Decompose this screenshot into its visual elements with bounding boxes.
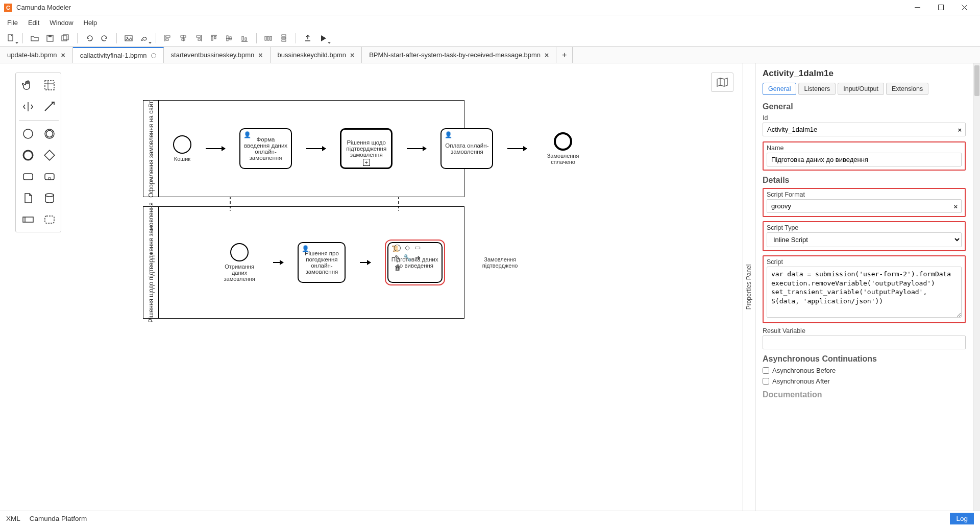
bpmn-pool[interactable]: Оформлення замовлення на сайті Кошик 👤Фо…	[143, 100, 464, 197]
script-type-select[interactable]: Inline Script	[767, 232, 962, 247]
properties-panel-toggle[interactable]: Properties Panel	[743, 63, 755, 511]
async-before-checkbox[interactable]	[763, 367, 769, 374]
save-button[interactable]	[43, 32, 57, 45]
connect-icon[interactable]: ➔	[413, 253, 422, 262]
clear-input-icon[interactable]: ×	[953, 202, 958, 210]
color-button[interactable]	[137, 32, 151, 45]
align-left-button[interactable]	[161, 32, 175, 45]
save-all-button[interactable]	[59, 32, 72, 45]
gateway-icon[interactable]	[40, 146, 59, 164]
sequence-flow[interactable]	[206, 148, 225, 149]
sequence-flow[interactable]	[407, 148, 426, 149]
name-input[interactable]	[767, 153, 962, 166]
maximize-button[interactable]	[929, 0, 952, 15]
append-end-event-icon[interactable]: ◯	[393, 243, 402, 252]
script-format-input[interactable]	[767, 199, 962, 213]
menu-file[interactable]: File	[2, 17, 23, 29]
svg-rect-18	[197, 36, 201, 37]
result-variable-label: Result Variable	[763, 327, 966, 334]
scrollbar[interactable]	[973, 63, 980, 511]
bpmn-user-task[interactable]: 👤Рішення про погодження онлайн-замовленн…	[298, 242, 346, 283]
props-tab-extensions[interactable]: Extensions	[886, 83, 928, 95]
bpmn-user-task[interactable]: 👤Форма введення даних онлайн-замовлення	[239, 128, 292, 169]
menu-help[interactable]: Help	[79, 17, 103, 29]
bpmn-end-event[interactable]	[554, 132, 572, 151]
group-icon[interactable]	[40, 210, 59, 229]
undo-button[interactable]	[83, 32, 96, 45]
hand-tool-icon[interactable]	[19, 76, 37, 94]
data-object-icon[interactable]	[19, 189, 37, 207]
global-connect-tool-icon[interactable]	[40, 98, 59, 116]
id-input[interactable]	[763, 123, 966, 136]
menu-edit[interactable]: Edit	[23, 17, 44, 29]
bpmn-call-activity[interactable]: Рішення щодо підтвердження замовлення+	[340, 128, 393, 169]
sequence-flow[interactable]	[507, 148, 527, 149]
diagram-canvas[interactable]: Оформлення замовлення на сайті Кошик 👤Фо…	[0, 63, 743, 511]
file-tab[interactable]: callactivityfinal-1.bpmn	[73, 47, 164, 63]
bpmn-pool[interactable]: Рішення щодо підтвердження замовлення От…	[143, 206, 464, 319]
sequence-flow[interactable]	[360, 262, 370, 263]
end-event-icon[interactable]	[19, 146, 37, 164]
props-tab-io[interactable]: Input/Output	[838, 83, 884, 95]
clear-input-icon[interactable]: ×	[958, 126, 962, 133]
intermediate-event-icon[interactable]	[40, 125, 59, 143]
props-tab-listeners[interactable]: Listeners	[798, 83, 836, 95]
start-event-icon[interactable]	[19, 125, 37, 143]
redo-button[interactable]	[98, 32, 111, 45]
minimap-toggle[interactable]	[711, 73, 733, 92]
align-center-button[interactable]	[177, 32, 190, 45]
new-tab-button[interactable]: +	[556, 47, 573, 63]
window-title: Camunda Modeler	[16, 4, 905, 11]
open-file-button[interactable]	[28, 32, 41, 45]
script-textarea[interactable]	[767, 267, 962, 318]
append-gateway-icon[interactable]: ◇	[403, 243, 412, 252]
status-xml-toggle[interactable]: XML	[6, 515, 20, 522]
sequence-flow[interactable]	[306, 148, 326, 149]
status-platform[interactable]: Camunda Platform	[30, 515, 87, 522]
file-tab[interactable]: bussineskeychild.bpmn×	[271, 47, 362, 63]
align-bottom-button[interactable]	[238, 32, 251, 45]
start-event-label: Кошик	[174, 156, 190, 162]
log-button[interactable]: Log	[950, 513, 974, 524]
close-tab-icon[interactable]: ×	[61, 51, 65, 59]
image-export-button[interactable]	[122, 32, 135, 45]
bpmn-start-event[interactable]	[173, 135, 191, 154]
async-after-checkbox[interactable]	[763, 378, 769, 385]
append-task-icon[interactable]: ▭	[413, 243, 422, 252]
subprocess-icon[interactable]	[40, 168, 59, 186]
user-task-icon: 👤	[302, 245, 309, 252]
svg-rect-22	[214, 36, 216, 39]
result-variable-input[interactable]	[763, 336, 966, 349]
delete-icon[interactable]: 🗑	[393, 263, 402, 272]
file-tab[interactable]: update-lab.bpmn×	[0, 47, 73, 63]
file-tab[interactable]: BPMN-start-after-system-task-by-received…	[362, 47, 556, 63]
pool-icon[interactable]	[19, 210, 37, 229]
close-button[interactable]	[952, 0, 976, 15]
align-right-button[interactable]	[192, 32, 205, 45]
section-documentation: Documentation	[763, 390, 966, 399]
menu-window[interactable]: Window	[44, 17, 78, 29]
window-titlebar: C Camunda Modeler	[0, 0, 980, 15]
deploy-button[interactable]	[301, 32, 314, 45]
close-tab-icon[interactable]: ×	[545, 51, 549, 59]
align-top-button[interactable]	[207, 32, 220, 45]
annotation-icon[interactable]: ✎	[393, 253, 402, 262]
distribute-h-button[interactable]	[262, 32, 275, 45]
new-file-button[interactable]	[4, 32, 17, 45]
close-tab-icon[interactable]: ×	[350, 51, 354, 59]
lasso-tool-icon[interactable]	[40, 76, 59, 94]
change-type-icon[interactable]: 🔧	[403, 253, 412, 262]
distribute-v-button[interactable]	[277, 32, 290, 45]
bpmn-user-task[interactable]: 👤Оплата онлайн-замовлення	[440, 128, 493, 169]
data-store-icon[interactable]	[40, 189, 59, 207]
minimize-button[interactable]	[905, 0, 929, 15]
space-tool-icon[interactable]	[19, 98, 37, 116]
task-icon[interactable]	[19, 168, 37, 186]
align-middle-button[interactable]	[223, 32, 236, 45]
bpmn-start-event[interactable]	[230, 243, 249, 261]
file-tab[interactable]: starteventbussineskey.bpmn×	[164, 47, 271, 63]
close-tab-icon[interactable]: ×	[258, 51, 262, 59]
sequence-flow[interactable]	[273, 262, 283, 263]
run-button[interactable]	[316, 32, 330, 45]
props-tab-general[interactable]: General	[763, 83, 796, 95]
